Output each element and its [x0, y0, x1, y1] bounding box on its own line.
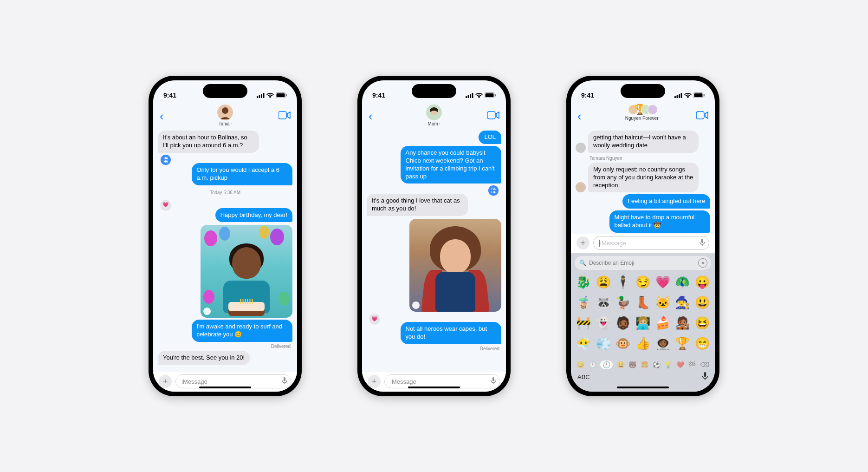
- emoji-cell[interactable]: 🐵: [614, 334, 632, 353]
- emoji-cell[interactable]: 🍰: [654, 314, 672, 332]
- delivered-status: Delivered: [480, 346, 499, 351]
- backspace-button[interactable]: ⌫: [700, 361, 709, 368]
- svg-rect-6: [286, 94, 287, 97]
- emoji-cell[interactable]: 😃: [693, 293, 711, 312]
- emoji-cell[interactable]: 😁: [693, 334, 711, 353]
- emoji-cell[interactable]: 🧔🏾: [614, 314, 632, 332]
- generated-image-birthday[interactable]: [201, 225, 292, 318]
- message-list[interactable]: getting that haircut—I won't have a wool…: [571, 129, 715, 234]
- message-list[interactable]: LOL Any chance you could babysit Chico n…: [362, 129, 506, 372]
- emoji-tab[interactable]: 🐻: [628, 361, 636, 368]
- contact-avatar[interactable]: [426, 105, 442, 120]
- message-out[interactable]: Happy birthday, my dear!: [215, 208, 292, 223]
- back-button[interactable]: ‹: [577, 109, 582, 124]
- message-in[interactable]: You're the best. See you in 20!: [158, 351, 250, 365]
- tapback-haha[interactable]: HAHA: [161, 155, 171, 165]
- emoji-tab[interactable]: ⚽: [653, 361, 661, 368]
- apps-button[interactable]: +: [159, 375, 172, 388]
- emoji-cell[interactable]: 🧋: [575, 293, 593, 312]
- contact-name[interactable]: Tania›: [219, 121, 232, 126]
- message-in[interactable]: getting that haircut—I won't have a wool…: [588, 131, 699, 153]
- generated-image-hero[interactable]: [409, 219, 501, 312]
- emoji-cell[interactable]: 🐱: [654, 293, 672, 312]
- emoji-cell[interactable]: 😶‍🌫️: [575, 334, 593, 353]
- emoji-cell[interactable]: 🏆: [674, 334, 692, 353]
- message-in[interactable]: My only request: no country songs from a…: [588, 163, 699, 193]
- message-out[interactable]: Feeling a bit singled out here: [622, 194, 710, 209]
- message-out[interactable]: I'm awake and ready to surf and celebrat…: [192, 320, 293, 342]
- dictate-icon[interactable]: [702, 372, 708, 382]
- emoji-tab[interactable]: 😀: [617, 361, 625, 368]
- svg-rect-17: [486, 93, 494, 97]
- message-list[interactable]: It's about an hour to Bolinas, so I'll p…: [153, 129, 297, 372]
- emoji-cell[interactable]: 👻: [595, 314, 613, 332]
- emoji-cell[interactable]: 👩🏾‍🚀: [654, 334, 672, 353]
- genmoji-button[interactable]: ✦: [698, 258, 707, 268]
- contact-avatar[interactable]: [217, 105, 233, 120]
- placeholder: iMessage: [599, 240, 626, 247]
- dictate-icon[interactable]: [282, 377, 287, 386]
- home-indicator[interactable]: [408, 387, 460, 388]
- sender-avatar[interactable]: [576, 143, 586, 153]
- emoji-cell[interactable]: 🧑🏽‍🎤: [674, 314, 692, 332]
- back-button[interactable]: ‹: [160, 109, 164, 124]
- message-out[interactable]: LOL: [479, 131, 501, 144]
- emoji-tab[interactable]: 🕒: [589, 361, 596, 368]
- apps-button[interactable]: +: [577, 236, 589, 249]
- home-indicator[interactable]: [617, 387, 669, 388]
- emoji-cell[interactable]: 👩🏼‍💻: [634, 314, 652, 332]
- tapback-heart[interactable]: 💗: [369, 314, 380, 324]
- emoji-cell[interactable]: 🦚: [674, 273, 692, 291]
- home-indicator[interactable]: [199, 387, 251, 388]
- emoji-cell[interactable]: 😩: [595, 273, 613, 291]
- emoji-cell[interactable]: 🦆: [614, 293, 632, 312]
- facetime-button[interactable]: [487, 111, 499, 121]
- message-out[interactable]: Not all heroes wear capes, but you do!: [401, 322, 502, 344]
- group-avatar[interactable]: 🏆: [630, 105, 656, 115]
- dictate-icon[interactable]: [491, 377, 496, 386]
- emoji-tab[interactable]: 😊: [577, 361, 584, 368]
- emoji-tab[interactable]: 🕘: [600, 361, 613, 369]
- dynamic-island: [621, 84, 665, 98]
- tapback-haha[interactable]: HAHA: [488, 185, 499, 196]
- message-out[interactable]: Might have to drop a mournful ballad abo…: [609, 210, 711, 233]
- contact-name[interactable]: Mom›: [428, 121, 440, 126]
- emoji-tab[interactable]: ❤️: [676, 361, 684, 368]
- contact-name[interactable]: Nguyen Forever›: [625, 116, 661, 121]
- emoji-cell[interactable]: 😆: [693, 314, 711, 332]
- emoji-cell[interactable]: 👢: [634, 293, 652, 312]
- tapback-heart[interactable]: 💗: [161, 200, 171, 210]
- emoji-cell[interactable]: 🦝: [595, 293, 613, 312]
- emoji-tab[interactable]: 🍔: [641, 361, 648, 368]
- emoji-search[interactable]: 🔍 Describe an Emoji ✦: [575, 256, 711, 270]
- cellular-icon: [466, 93, 473, 98]
- emoji-tab[interactable]: 🏁: [688, 361, 696, 368]
- emoji-cell[interactable]: 🧙‍♀️: [674, 293, 692, 312]
- emoji-cell[interactable]: 😏: [634, 273, 652, 291]
- sender-avatar[interactable]: [576, 182, 586, 192]
- cellular-icon: [257, 93, 265, 98]
- svg-rect-32: [701, 239, 703, 243]
- emoji-cell[interactable]: 🐉: [575, 273, 593, 291]
- apps-button[interactable]: +: [368, 375, 381, 388]
- emoji-cell[interactable]: 🕴️: [614, 273, 632, 291]
- svg-rect-29: [694, 93, 703, 97]
- dictate-icon[interactable]: [700, 239, 705, 248]
- emoji-cell[interactable]: 💗: [654, 273, 672, 291]
- back-button[interactable]: ‹: [369, 109, 373, 124]
- emoji-cell[interactable]: 🚧: [575, 314, 593, 332]
- facetime-button[interactable]: [279, 111, 291, 121]
- message-in[interactable]: It's about an hour to Bolinas, so I'll p…: [158, 131, 259, 153]
- message-input[interactable]: iMessage: [593, 236, 709, 250]
- message-in[interactable]: It's a good thing I love that cat as muc…: [367, 194, 468, 216]
- message-out[interactable]: Only for you would I accept a 6 a.m. pic…: [192, 163, 293, 185]
- emoji-cell[interactable]: 💨: [595, 334, 613, 353]
- emoji-tab[interactable]: 💡: [664, 361, 672, 368]
- message-out[interactable]: Any chance you could babysit Chico next …: [401, 146, 502, 184]
- emoji-cell[interactable]: 😛: [693, 273, 711, 291]
- abc-button[interactable]: ABC: [577, 374, 590, 380]
- time-divider: Today 5:38 AM: [158, 190, 292, 195]
- facetime-button[interactable]: [696, 111, 708, 121]
- emoji-cell[interactable]: 👍: [634, 334, 652, 353]
- placeholder: iMessage: [181, 378, 207, 385]
